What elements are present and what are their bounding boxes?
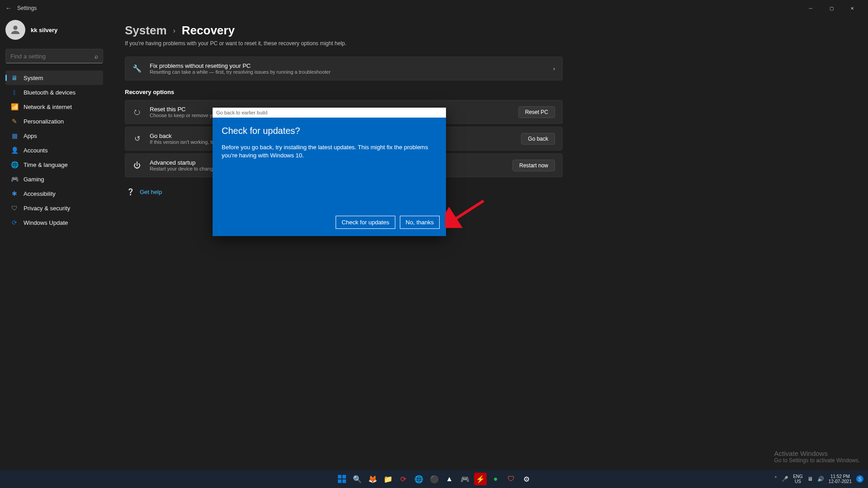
volume-tray-icon[interactable]: 🔊 [817, 476, 824, 482]
discord-icon[interactable]: 🎮 [459, 473, 471, 485]
search-input[interactable] [10, 53, 95, 60]
clock[interactable]: 11:52 PM12-07-2021 [829, 474, 852, 484]
sidebar-item-label: Apps [24, 133, 37, 139]
firefox-icon[interactable]: 🦊 [366, 473, 379, 485]
taskbar: 🔍 🦊 📁 ⟳ 🌐 ⚫ ▲ 🎮 ⚡ ● 🛡 ⚙ ˄ 🎤 ENGUS 🖥 🔊 11… [0, 470, 868, 488]
sidebar-item-label: Bluetooth & devices [24, 89, 76, 96]
dialog-window-title: Go back to earlier build [213, 108, 446, 118]
maximize-button[interactable]: ▢ [821, 1, 842, 15]
apps-icon: ▦ [11, 132, 18, 139]
minimize-button[interactable]: ─ [800, 1, 821, 15]
back-icon[interactable]: ← [5, 5, 12, 12]
history-icon: ↺ [133, 134, 142, 143]
sidebar-item-label: Gaming [24, 176, 44, 183]
search-icon: ⌕ [95, 53, 98, 60]
close-button[interactable]: ✕ [842, 1, 863, 15]
microphone-icon[interactable]: 🎤 [782, 476, 788, 482]
breadcrumb-parent[interactable]: System [125, 24, 167, 38]
sidebar-item-label: Time & language [24, 161, 68, 168]
section-heading: Recovery options [125, 89, 563, 95]
main-content: System › Recovery If you're having probl… [109, 16, 579, 470]
tray-overflow-icon[interactable]: ˄ [774, 476, 777, 482]
brave-icon[interactable]: 🛡 [505, 473, 517, 485]
sidebar-item-label: Privacy & security [24, 205, 70, 212]
restart-now-button[interactable]: Restart now [512, 160, 555, 171]
sidebar-item-bluetooth[interactable]: ᛒ Bluetooth & devices [5, 85, 103, 99]
sidebar-item-label: System [24, 75, 43, 81]
system-icon: 🖥 [11, 74, 18, 81]
sidebar-item-network[interactable]: 📶 Network & internet [5, 99, 103, 114]
accessibility-icon: ✱ [11, 190, 18, 197]
sidebar-item-label: Accessibility [24, 190, 56, 197]
obs-icon[interactable]: ⚫ [428, 473, 441, 485]
sidebar-item-personalization[interactable]: ✎ Personalization [5, 114, 103, 128]
card-title: Fix problems without resetting your PC [150, 62, 545, 69]
search-box[interactable]: ⌕ [5, 49, 103, 63]
fix-problems-card[interactable]: 🔧 Fix problems without resetting your PC… [125, 57, 563, 81]
globe-icon: 🌐 [11, 161, 18, 168]
svg-rect-4 [342, 475, 346, 479]
svg-rect-5 [338, 479, 342, 483]
dialog: Go back to earlier build Check for updat… [213, 108, 446, 236]
ccleaner-icon[interactable]: ⟳ [397, 473, 410, 485]
chevron-right-icon: › [173, 27, 175, 35]
explorer-icon[interactable]: 📁 [382, 473, 394, 485]
sidebar-item-accessibility[interactable]: ✱ Accessibility [5, 186, 103, 201]
settings-icon[interactable]: ⚙ [520, 473, 533, 485]
dialog-text: Before you go back, try installing the l… [222, 143, 437, 160]
sidebar-item-label: Accounts [24, 147, 47, 154]
help-icon: ❔ [127, 188, 134, 195]
wifi-icon: 📶 [11, 103, 18, 110]
page-title: Recovery [182, 24, 235, 38]
vlc-icon[interactable]: ▲ [443, 473, 456, 485]
chevron-right-icon: › [553, 66, 555, 72]
update-icon: ⟳ [11, 219, 18, 226]
svg-rect-3 [338, 475, 342, 479]
avatar [5, 20, 25, 40]
reset-icon: ⭮ [133, 108, 142, 116]
language-indicator[interactable]: ENGUS [793, 474, 803, 484]
reset-pc-button[interactable]: Reset PC [518, 106, 555, 118]
watermark-title: Activate Windows [774, 450, 860, 457]
no-thanks-button[interactable]: No, thanks [400, 216, 440, 229]
page-subtext: If you're having problems with your PC o… [125, 40, 563, 47]
window-title: Settings [17, 5, 37, 11]
brush-icon: ✎ [11, 118, 18, 125]
user-profile[interactable]: kk silvery [5, 20, 103, 40]
breadcrumb: System › Recovery [125, 24, 563, 38]
sidebar-item-label: Network & internet [24, 104, 72, 110]
gamepad-icon: 🎮 [11, 175, 18, 183]
sidebar-item-system[interactable]: 🖥 System [5, 71, 103, 85]
sidebar-item-windows-update[interactable]: ⟳ Windows Update [5, 215, 103, 230]
sidebar-item-label: Personalization [24, 118, 64, 125]
sidebar: kk silvery ⌕ 🖥 System ᛒ Bluetooth & devi… [0, 16, 109, 470]
sidebar-item-privacy[interactable]: 🛡 Privacy & security [5, 201, 103, 215]
start-button[interactable] [336, 473, 348, 485]
person-icon: 👤 [11, 147, 18, 154]
wrench-icon: 🔧 [133, 64, 142, 73]
card-desc: Resetting can take a while — first, try … [150, 69, 545, 75]
get-help-link[interactable]: Get help [140, 189, 162, 195]
go-back-button[interactable]: Go back [521, 133, 555, 145]
power-icon: ⏻ [133, 161, 142, 170]
search-button[interactable]: 🔍 [351, 473, 364, 485]
activation-watermark: Activate Windows Go to Settings to activ… [774, 450, 860, 464]
sidebar-item-time-language[interactable]: 🌐 Time & language [5, 157, 103, 172]
user-name: kk silvery [31, 27, 57, 33]
bluetooth-icon: ᛒ [11, 89, 18, 96]
svg-point-0 [13, 26, 17, 30]
network-tray-icon[interactable]: 🖥 [807, 476, 813, 482]
sidebar-item-label: Windows Update [24, 219, 68, 226]
spotify-icon[interactable]: ● [489, 473, 502, 485]
action-center-icon[interactable]: S [856, 475, 863, 483]
sidebar-item-gaming[interactable]: 🎮 Gaming [5, 172, 103, 186]
sidebar-item-accounts[interactable]: 👤 Accounts [5, 143, 103, 157]
chrome-icon[interactable]: 🌐 [413, 473, 425, 485]
svg-rect-6 [342, 479, 346, 483]
app-icon[interactable]: ⚡ [474, 473, 487, 485]
watermark-subtitle: Go to Settings to activate Windows. [774, 457, 860, 464]
shield-icon: 🛡 [11, 204, 18, 212]
dialog-heading: Check for updates? [222, 126, 437, 136]
sidebar-item-apps[interactable]: ▦ Apps [5, 128, 103, 143]
check-for-updates-button[interactable]: Check for updates [336, 216, 395, 229]
